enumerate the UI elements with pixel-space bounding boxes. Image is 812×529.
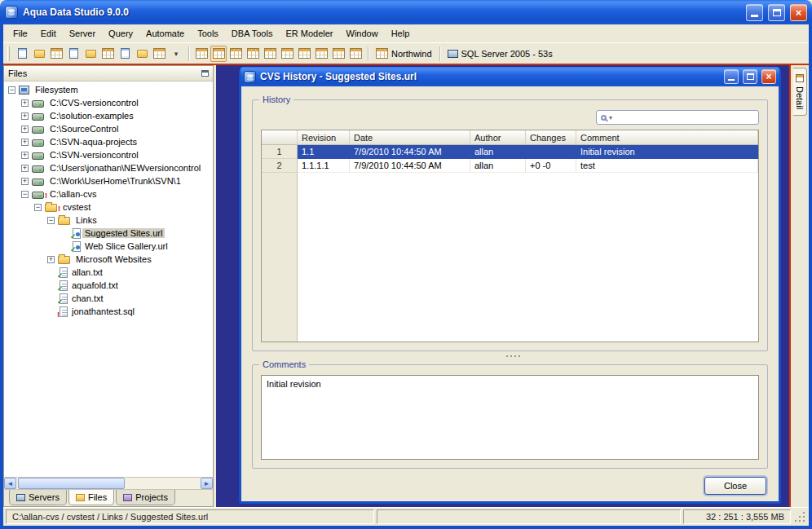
tab-files[interactable]: Files xyxy=(68,490,114,505)
detail-tab[interactable]: Detail xyxy=(793,68,807,116)
column-header-comment[interactable]: Comment xyxy=(576,130,758,144)
expand-icon[interactable]: + xyxy=(21,178,29,185)
scrollbar-thumb[interactable] xyxy=(18,478,125,489)
maximize-button[interactable] xyxy=(768,4,785,21)
tree-item[interactable]: !jonathantest.sql xyxy=(4,305,213,318)
horizontal-scrollbar[interactable]: ◄ ► xyxy=(4,477,213,489)
tree-item[interactable]: +Microsoft Websites xyxy=(4,253,213,266)
tree-item[interactable]: ✓Suggested Sites.url xyxy=(4,227,213,240)
menu-item-help[interactable]: Help xyxy=(385,24,417,42)
query-analyzer-icon[interactable] xyxy=(82,46,99,62)
results-excel-icon[interactable] xyxy=(296,46,312,62)
column-header-changes[interactable]: Changes xyxy=(526,130,576,144)
menu-item-server[interactable]: Server xyxy=(63,24,102,42)
expand-icon[interactable]: + xyxy=(21,112,29,120)
tree-item[interactable]: +C:\SVN-versioncontrol xyxy=(4,148,213,161)
tree-item[interactable]: +C:\solution-examples xyxy=(4,109,213,122)
expand-icon[interactable]: + xyxy=(21,139,29,146)
resize-grip[interactable] xyxy=(793,509,806,524)
results-xml-icon[interactable] xyxy=(313,46,329,62)
collapse-icon[interactable]: − xyxy=(21,191,29,198)
menu-item-automate[interactable]: Automate xyxy=(139,24,191,42)
results-text-icon[interactable] xyxy=(227,46,244,62)
table-data-editor-icon[interactable] xyxy=(99,46,116,62)
history-row[interactable]: 11.17/9/2010 10:44:50 AMallanInitial rev… xyxy=(262,145,758,159)
collapse-icon[interactable]: − xyxy=(47,217,55,224)
column-header-author[interactable]: Author xyxy=(470,130,526,144)
tree-item[interactable]: +C:\SVN-aqua-projects xyxy=(4,135,213,148)
search-box[interactable]: ▾ xyxy=(596,110,759,125)
menu-item-window[interactable]: Window xyxy=(340,24,385,42)
active-documents-icon[interactable] xyxy=(193,46,210,62)
status-memory[interactable]: 32 : 251 : 3,555 MB xyxy=(683,509,791,524)
menu-item-query[interactable]: Query xyxy=(102,24,139,42)
schema-browser-icon[interactable] xyxy=(65,46,82,62)
results-chart-icon[interactable] xyxy=(330,46,346,62)
tree-item[interactable]: ✓chan.txt xyxy=(4,292,213,305)
register-server-icon[interactable] xyxy=(14,46,30,62)
tree-item[interactable]: +C:\SourceControl xyxy=(4,122,213,135)
scroll-right-button[interactable]: ► xyxy=(201,478,213,489)
close-dialog-button[interactable]: Close xyxy=(704,477,766,495)
search-input[interactable] xyxy=(615,112,754,122)
menu-item-dba-tools[interactable]: DBA Tools xyxy=(225,24,280,42)
tree-item[interactable]: −Links xyxy=(4,214,213,227)
menu-item-edit[interactable]: Edit xyxy=(34,24,63,42)
tree-item[interactable]: ✓aquafold.txt xyxy=(4,279,213,292)
results-pivot-icon[interactable] xyxy=(245,46,261,62)
tab-projects[interactable]: Projects xyxy=(116,490,175,505)
menu-item-tools[interactable]: Tools xyxy=(191,24,225,42)
history-row[interactable]: 21.1.1.17/9/2010 10:44:50 AMallan+0 -0te… xyxy=(262,159,758,173)
splitter-handle[interactable] xyxy=(252,351,768,361)
files-panel-title: Files xyxy=(8,68,27,78)
tree-item[interactable]: +C:\Users\jonathan\NEWversioncontrol xyxy=(4,161,213,174)
import-tool-icon[interactable] xyxy=(117,46,133,62)
check-marker-icon: ✓ xyxy=(70,233,77,240)
column-header-date[interactable]: Date xyxy=(350,130,470,144)
tree-item[interactable]: ✓allan.txt xyxy=(4,266,213,279)
comments-text[interactable]: Initial revision xyxy=(261,375,759,460)
tree-item[interactable]: +C:\CVS-versioncontrol xyxy=(4,96,213,109)
expand-icon[interactable]: + xyxy=(21,99,29,107)
toolbar-grip[interactable] xyxy=(7,46,10,61)
automation-icon[interactable] xyxy=(151,46,167,62)
tree-item-label: aquafold.txt xyxy=(69,280,121,290)
expand-icon[interactable]: + xyxy=(21,126,29,133)
results-html-icon[interactable] xyxy=(279,46,295,62)
chevron-down-icon[interactable]: ▾ xyxy=(609,114,612,121)
collapse-icon[interactable]: − xyxy=(34,204,42,211)
tree-item[interactable]: −!C:\allan-cvs xyxy=(4,187,213,201)
menu-item-er-modeler[interactable]: ER Modeler xyxy=(279,24,339,42)
column-header-revision[interactable]: Revision xyxy=(298,130,350,144)
dialog-close-button[interactable]: × xyxy=(761,69,776,84)
scrollbar-track[interactable] xyxy=(16,478,201,489)
title-bar[interactable]: Aqua Data Studio 9.0.0 × xyxy=(0,0,812,24)
tab-servers[interactable]: Servers xyxy=(9,490,67,505)
er-modeler-icon[interactable] xyxy=(134,46,150,62)
results-grid-icon[interactable] xyxy=(210,46,227,62)
database-selector[interactable]: Northwind xyxy=(373,46,435,62)
windows-list-icon[interactable] xyxy=(48,46,64,62)
menu-item-file[interactable]: File xyxy=(7,24,34,42)
close-button[interactable]: × xyxy=(790,4,807,21)
collapse-icon[interactable]: − xyxy=(8,86,15,94)
results-export-icon[interactable] xyxy=(347,46,364,62)
expand-icon[interactable]: + xyxy=(21,152,29,159)
tree-item[interactable]: +C:\Work\UserHome\Trunk\SVN\1 xyxy=(4,174,213,187)
dialog-minimize-button[interactable] xyxy=(724,69,739,84)
tree-item[interactable]: −Filesystem xyxy=(4,83,213,96)
tree-item[interactable]: ✓Web Slice Gallery.url xyxy=(4,240,213,253)
tree-item[interactable]: −!cvstest xyxy=(4,201,213,214)
scroll-left-button[interactable]: ◄ xyxy=(4,478,16,489)
results-form-icon[interactable] xyxy=(262,46,278,62)
expand-icon[interactable]: + xyxy=(21,165,29,172)
window-dropdown-icon[interactable]: ▾ xyxy=(168,46,184,62)
table-cell: Initial revision xyxy=(576,145,758,159)
float-panel-icon[interactable] xyxy=(201,70,209,77)
server-properties-icon[interactable] xyxy=(31,46,47,62)
dialog-title-bar[interactable]: CVS History - Suggested Sites.url × xyxy=(241,67,779,86)
minimize-button[interactable] xyxy=(746,4,763,21)
expand-icon[interactable]: + xyxy=(47,256,55,263)
row-number-cell: 2 xyxy=(262,159,298,173)
dialog-maximize-button[interactable] xyxy=(743,69,757,84)
